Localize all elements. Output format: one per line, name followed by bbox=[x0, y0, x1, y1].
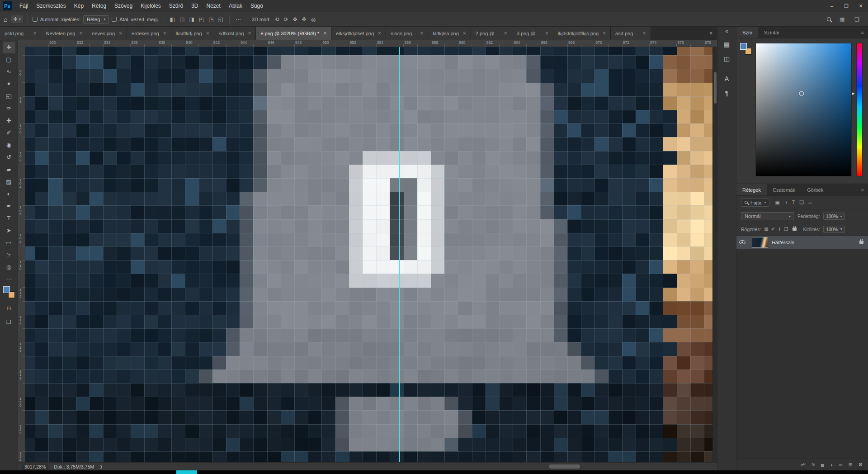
color-swatches[interactable] bbox=[3, 286, 15, 298]
lock-artboard-icon[interactable]: ❐ bbox=[784, 227, 788, 232]
menu-item-kijelölés[interactable]: Kijelölés bbox=[137, 3, 165, 9]
menu-item-nézet[interactable]: Nézet bbox=[203, 3, 225, 9]
lasso-tool[interactable]: ∿ bbox=[3, 66, 15, 78]
new-layer-icon[interactable]: ⊞ bbox=[849, 462, 853, 468]
color-picker-cursor[interactable] bbox=[799, 91, 804, 96]
zoom-level-field[interactable]: 3017,28% bbox=[22, 464, 48, 470]
3d-roll-icon[interactable]: ⟳ bbox=[282, 16, 289, 23]
filter-adjustment-icon[interactable]: ◑ bbox=[784, 199, 788, 205]
tab-close-icon[interactable]: × bbox=[420, 30, 423, 37]
eyedropper-tool[interactable]: ✑ bbox=[3, 103, 15, 114]
lock-all-icon[interactable] bbox=[793, 228, 797, 231]
panel-menu-icon[interactable]: ≡ bbox=[857, 184, 868, 195]
type-tool[interactable]: T bbox=[3, 213, 15, 224]
3d-pan-icon[interactable]: ✥ bbox=[292, 16, 299, 23]
panel-tab-rétegek[interactable]: Rétegek bbox=[736, 184, 767, 195]
vertical-scrollbar[interactable] bbox=[712, 47, 717, 462]
dodge-tool[interactable]: ◐ bbox=[3, 188, 15, 200]
libraries-panel-icon[interactable]: ▤ bbox=[724, 41, 730, 48]
layer-row[interactable]: Háttérszín bbox=[736, 236, 868, 249]
document-tab[interactable]: élksjdfkljdséf.png× bbox=[331, 27, 386, 40]
hue-slider[interactable]: ▶ bbox=[856, 43, 863, 176]
layer-group-icon[interactable]: ▱ bbox=[839, 462, 842, 468]
shape-tool[interactable]: ▭ bbox=[3, 237, 15, 249]
delete-layer-icon[interactable]: ✖ bbox=[859, 462, 863, 468]
tab-close-icon[interactable]: × bbox=[119, 30, 122, 37]
active-tool-preset[interactable]: ✛ ▾ bbox=[11, 15, 23, 23]
clone-stamp-tool[interactable]: ◉ bbox=[3, 139, 15, 151]
foreground-color-swatch[interactable] bbox=[3, 286, 10, 293]
document-tab[interactable]: erdekes.png× bbox=[127, 27, 171, 40]
healing-brush-tool[interactable]: ✚ bbox=[3, 115, 15, 127]
history-brush-tool[interactable]: ↺ bbox=[3, 152, 15, 163]
menu-item-kép[interactable]: Kép bbox=[70, 3, 88, 9]
adjustments-panel-icon[interactable]: ◫ bbox=[724, 55, 730, 62]
panel-tab-görbék[interactable]: Görbék bbox=[801, 184, 829, 195]
ruler-origin-corner[interactable] bbox=[18, 40, 25, 47]
gradient-tool[interactable]: ▨ bbox=[3, 176, 15, 188]
tab-close-icon[interactable]: × bbox=[248, 30, 251, 37]
expand-panels-icon[interactable]: « bbox=[725, 28, 728, 34]
layer-filter-dropdown[interactable]: Fajta ▾ bbox=[741, 199, 769, 207]
fill-field[interactable]: 100% ▾ bbox=[823, 226, 845, 233]
document-tab[interactable]: nincs.png...× bbox=[386, 27, 428, 40]
tab-close-icon[interactable]: × bbox=[545, 30, 548, 37]
document-tab[interactable]: é.png @ 3020% (RGB/8) *× bbox=[256, 27, 331, 40]
adjustment-layer-icon[interactable]: ◑ bbox=[830, 462, 833, 468]
photoshop-logo-icon[interactable]: Ps bbox=[3, 1, 12, 10]
horizontal-ruler[interactable]: 9309329349369389409429449469489509529549… bbox=[25, 40, 717, 47]
menu-item-ablak[interactable]: Ablak bbox=[225, 3, 246, 9]
vertical-scrollbar-thumb[interactable] bbox=[714, 72, 717, 104]
panel-tab-színtár[interactable]: Színtár bbox=[758, 27, 786, 38]
foreground-color-swatch[interactable] bbox=[740, 43, 747, 50]
auto-select-checkbox[interactable] bbox=[33, 17, 38, 22]
transform-controls-checkbox[interactable] bbox=[112, 17, 117, 22]
tab-close-icon[interactable]: × bbox=[323, 30, 326, 37]
close-button[interactable]: ✕ bbox=[854, 0, 868, 12]
layer-mask-icon[interactable]: ◙ bbox=[821, 462, 824, 468]
document-tab[interactable]: sdfkdsl.png× bbox=[214, 27, 256, 40]
tab-close-icon[interactable]: × bbox=[79, 30, 82, 37]
layer-style-icon[interactable]: fx bbox=[811, 462, 815, 467]
filter-smart-icon[interactable]: ▱ bbox=[808, 199, 812, 205]
panel-tab-szín[interactable]: Szín bbox=[736, 27, 758, 38]
align-bottom-icon[interactable]: ◱ bbox=[217, 16, 224, 23]
vertical-ruler[interactable]: 9 69 81 0 01 0 21 0 41 0 61 0 81 1 01 1 … bbox=[18, 47, 25, 462]
quick-mask-icon[interactable]: ⊡ bbox=[3, 303, 15, 314]
taskbar-active-app[interactable] bbox=[176, 470, 197, 474]
document-tab[interactable]: 2.png @ ...× bbox=[471, 27, 512, 40]
workspace-icon[interactable]: ▦ bbox=[838, 16, 846, 23]
lock-move-icon[interactable]: ✛ bbox=[778, 227, 781, 232]
saturation-brightness-picker[interactable] bbox=[755, 43, 852, 176]
crop-tool[interactable]: ◱ bbox=[3, 90, 15, 102]
align-right-icon[interactable]: ◨ bbox=[188, 16, 195, 23]
tab-close-icon[interactable]: × bbox=[206, 30, 209, 37]
menu-item-szerkesztés[interactable]: Szerkesztés bbox=[32, 3, 70, 9]
character-panel-icon[interactable]: A bbox=[725, 75, 729, 82]
tab-close-icon[interactable]: × bbox=[504, 30, 507, 37]
document-canvas[interactable] bbox=[25, 47, 712, 462]
menu-item-réteg[interactable]: Réteg bbox=[88, 3, 110, 9]
layouts-icon[interactable]: ❏ bbox=[853, 16, 861, 23]
menu-item-szöveg[interactable]: Szöveg bbox=[110, 3, 137, 9]
document-tab[interactable]: lkjdsfdkjlsfflkjs.png× bbox=[553, 27, 611, 40]
search-icon[interactable] bbox=[827, 17, 831, 21]
eraser-tool[interactable]: ▰ bbox=[3, 164, 15, 175]
status-chevron-icon[interactable]: ❯ bbox=[99, 465, 103, 469]
lock-transparent-icon[interactable]: ▦ bbox=[764, 227, 768, 232]
hue-slider-marker[interactable]: ▶ bbox=[852, 92, 854, 95]
layer-visibility-toggle[interactable] bbox=[736, 236, 748, 249]
edit-toolbar-icon[interactable]: ⋯ bbox=[6, 276, 12, 282]
pen-tool[interactable]: ✒ bbox=[3, 200, 15, 212]
document-tab[interactable]: 3.png @ ...× bbox=[512, 27, 553, 40]
zoom-tool[interactable]: ◎ bbox=[3, 261, 15, 273]
filter-pixel-icon[interactable]: ▣ bbox=[775, 199, 779, 205]
brush-tool[interactable]: ✐ bbox=[3, 127, 15, 139]
menu-item-fájl[interactable]: Fájl bbox=[15, 3, 32, 9]
menu-item-3d[interactable]: 3D bbox=[187, 3, 202, 9]
link-layers-icon[interactable]: ☍ bbox=[801, 462, 806, 468]
tab-close-icon[interactable]: × bbox=[642, 30, 646, 37]
3d-slide-icon[interactable]: ✜ bbox=[301, 16, 308, 23]
filter-type-icon[interactable]: T bbox=[792, 199, 795, 205]
tab-close-icon[interactable]: × bbox=[603, 30, 606, 37]
